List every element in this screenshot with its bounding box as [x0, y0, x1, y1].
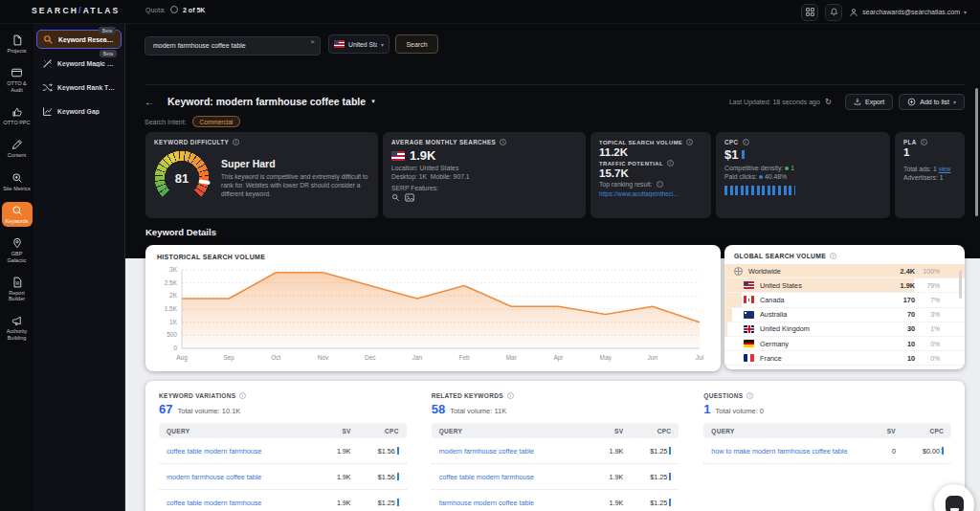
top-ranking-link[interactable]: https://www.acottageintheci...: [599, 190, 702, 197]
info-icon[interactable]: [239, 392, 246, 399]
apps-grid-button[interactable]: [801, 4, 818, 21]
info-icon[interactable]: [233, 139, 239, 145]
globe-icon: [734, 267, 743, 276]
sidebar-item-label: GBP Galactic: [3, 251, 32, 263]
topical-volume-value: 11.2K: [599, 146, 702, 158]
sidebar-item-keywords[interactable]: Keywords: [2, 202, 33, 227]
card-title: TOPICAL SEARCH VOLUME: [599, 140, 682, 145]
historical-search-volume-chart: 05001K1.5K2K2.5K3KAugSepOctNovDecJanFebM…: [153, 262, 713, 367]
info-icon[interactable]: [686, 139, 693, 145]
pla-card: PLA 1 Total ads: 1 view Advertisers: 1: [895, 132, 965, 218]
sidebar-item-content[interactable]: Content: [2, 136, 33, 161]
info-icon[interactable]: [657, 181, 663, 188]
keyword-header: ← Keyword: modern farmhouse coffee table…: [145, 92, 965, 111]
query-link[interactable]: coffee table modern farmhouse: [167, 447, 311, 455]
global-row-united-kingdom[interactable]: United Kingdom 30 1%: [724, 322, 965, 337]
magnifier-plus-icon: [11, 172, 23, 184]
svg-text:Dec: Dec: [365, 354, 376, 361]
keyword-search-input[interactable]: [145, 36, 321, 56]
query-link[interactable]: how to make modern farmhouse coffee tabl…: [711, 447, 856, 455]
svg-text:Apr: Apr: [553, 354, 564, 362]
chevron-down-icon: ▾: [964, 9, 967, 15]
map-pin-icon: [11, 237, 23, 249]
sidebar-item-otto-ppc[interactable]: OTTO PPC: [2, 103, 33, 128]
global-row-canada[interactable]: Canada 170 7%: [724, 293, 965, 307]
notifications-button[interactable]: [825, 4, 842, 21]
us-flag-icon: [391, 151, 405, 161]
primary-sidebar: Projects OTTO & Audit OTTO PPC Content S…: [0, 24, 33, 511]
table-row: coffee table modern farmhouse 1.9K $1.25: [432, 464, 679, 490]
svg-text:Aug: Aug: [176, 354, 188, 362]
card-scrollbar[interactable]: [959, 270, 962, 299]
chevron-down-icon: ▾: [381, 41, 384, 48]
add-to-list-button[interactable]: Add to list ▾: [899, 94, 965, 110]
sidebar-item-otto-audit[interactable]: OTTO & Audit: [2, 64, 33, 96]
sidebar-item-report-builder[interactable]: Report Builder: [2, 274, 33, 305]
page-scrollbar[interactable]: [975, 88, 978, 216]
sidebar-item-gbp-galactic[interactable]: GBP Galactic: [2, 234, 33, 266]
info-icon[interactable]: [667, 160, 674, 167]
info-icon[interactable]: [746, 392, 753, 399]
paid-clicks-label: Paid clicks:: [724, 173, 757, 180]
sidebar-item-authority-building[interactable]: Authority Building: [2, 312, 33, 344]
cpc-tick: [397, 473, 399, 480]
sidebar-item-site-metrics[interactable]: Site Metrics: [2, 169, 33, 194]
traffic-potential-value: 15.7K: [599, 167, 702, 179]
search-button[interactable]: Search: [395, 34, 438, 54]
table-header: QUERY SV CPC: [159, 423, 407, 438]
global-row-france[interactable]: France 10 0%: [724, 351, 965, 366]
volume-bar: [724, 308, 732, 322]
plus-circle-icon: [907, 98, 916, 106]
difficulty-level: Super Hard: [221, 158, 369, 169]
global-row-worldwide[interactable]: Worldwide 2.4K 100%: [724, 264, 965, 278]
global-row-australia[interactable]: Australia 70 3%: [724, 308, 965, 322]
country-select-value: United States: [348, 41, 377, 48]
svg-text:Oct: Oct: [271, 354, 280, 361]
search-intent-label: Search Intent:: [145, 119, 187, 125]
competitive-density-value: 1: [791, 165, 794, 171]
global-row-united-states[interactable]: United States 1.9K 79%: [724, 278, 965, 293]
back-button[interactable]: ←: [145, 97, 160, 107]
traffic-potential-title: TRAFFIC POTENTIAL: [599, 161, 663, 167]
sidebar-item-projects[interactable]: Projects: [2, 32, 33, 56]
sidebar-item-label: Authority Building: [3, 328, 32, 341]
query-link[interactable]: modern farmhouse coffee table: [167, 473, 311, 481]
quota-value: 2 of 5K: [183, 7, 205, 13]
global-row-germany[interactable]: Germany 10 0%: [724, 337, 965, 351]
svg-text:Jan: Jan: [412, 354, 423, 361]
search-icon: [42, 33, 54, 45]
account-menu[interactable]: searchawards@searchatlas.com ▾: [849, 8, 967, 17]
menu-item-keyword-magic-tool[interactable]: Beta Keyword Magic Tool: [36, 54, 122, 73]
info-icon[interactable]: [921, 139, 927, 145]
menu-item-keyword-research[interactable]: Beta Keyword Research: [36, 30, 122, 49]
refresh-icon[interactable]: ↻: [825, 97, 832, 106]
info-icon[interactable]: [507, 392, 514, 399]
beta-badge: Beta: [100, 50, 117, 57]
query-link[interactable]: farmhouse modern coffee table: [439, 499, 584, 507]
query-link[interactable]: modern farmhouse coffee table: [439, 447, 584, 455]
chat-bubble-icon: [946, 496, 964, 511]
chart-title: HISTORICAL SEARCH VOLUME: [157, 254, 713, 260]
menu-item-label: Keyword Gap: [57, 108, 100, 115]
info-icon[interactable]: [500, 139, 506, 145]
query-link[interactable]: coffee table modern farmhouse: [439, 473, 584, 481]
card-title: KEYWORD DIFFICULTY: [154, 139, 229, 145]
quota-indicator: Quota: 2 of 5K: [145, 6, 205, 13]
clear-search-icon[interactable]: ×: [310, 38, 315, 46]
cpc-bar-mark: [742, 150, 745, 159]
competitive-density-label: Competitive density:: [724, 165, 783, 171]
export-button[interactable]: Export: [845, 94, 893, 110]
info-icon[interactable]: [830, 253, 836, 259]
menu-item-keyword-rank-tracker[interactable]: Keyword Rank Trac...: [36, 78, 122, 97]
view-ads-link[interactable]: view: [939, 166, 951, 172]
country-select[interactable]: United States ▾: [328, 34, 390, 54]
pencil-icon: [11, 139, 23, 150]
info-icon[interactable]: [743, 139, 749, 145]
cpc-distribution-bars: [724, 186, 795, 195]
query-link[interactable]: coffee table modern farmhouse: [167, 499, 311, 507]
cpc-card: CPC $1 Competitive density:1 Paid clicks…: [716, 132, 890, 218]
svg-text:Jul: Jul: [696, 354, 704, 361]
serp-image-icon: [405, 193, 414, 202]
title-chevron-down-icon[interactable]: ▾: [371, 98, 375, 105]
menu-item-keyword-gap[interactable]: Keyword Gap: [36, 101, 122, 121]
